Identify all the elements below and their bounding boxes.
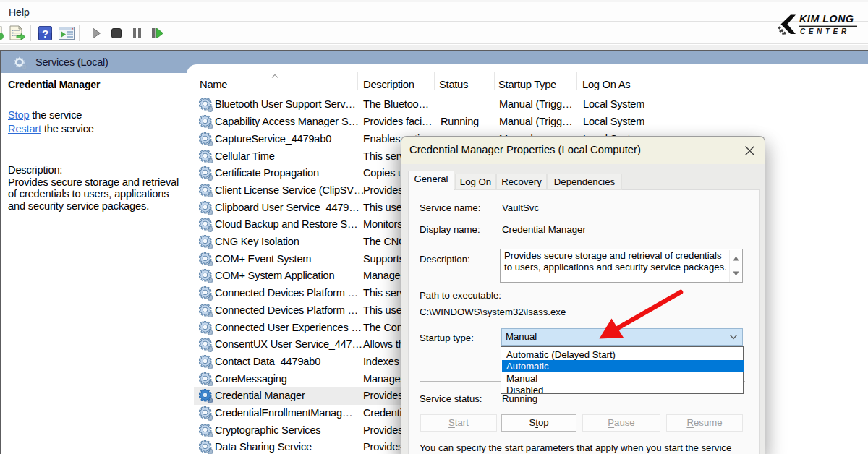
- svg-text:KIM LONG: KIM LONG: [799, 13, 854, 25]
- svg-text:CENTER: CENTER: [800, 27, 850, 35]
- svg-text:?: ?: [42, 27, 48, 40]
